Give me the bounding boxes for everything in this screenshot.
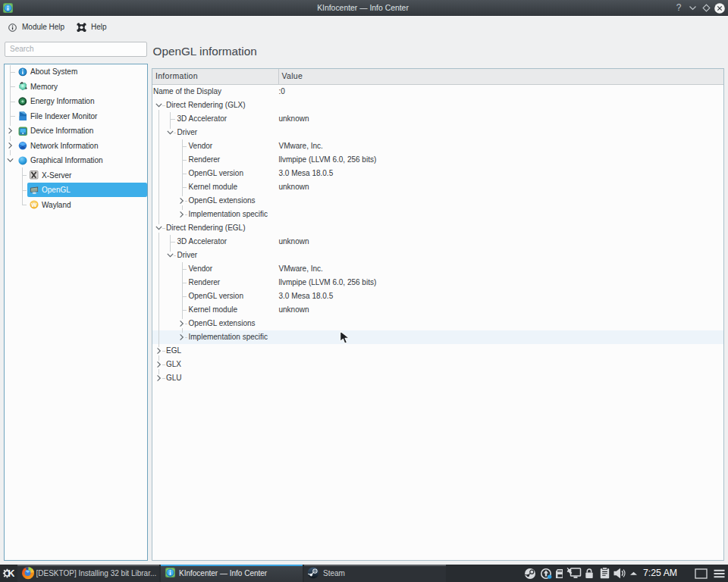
svg-text:K: K	[8, 568, 14, 579]
